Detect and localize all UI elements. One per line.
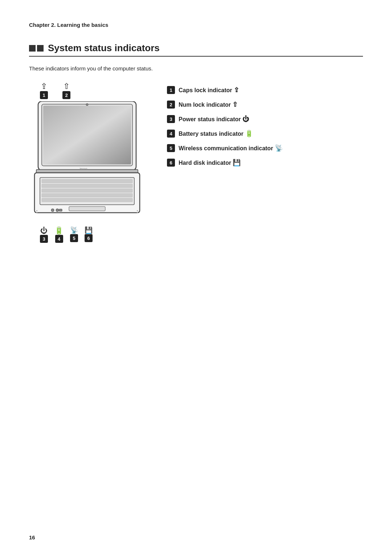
badge-5: 5 <box>70 234 78 242</box>
indicator-label-3: Power status indicator ⏻ <box>179 115 249 123</box>
page-number: 16 <box>29 534 35 540</box>
list-badge-1: 1 <box>167 86 175 94</box>
svg-rect-7 <box>42 184 132 188</box>
section-title-row: System status indicators <box>29 42 363 57</box>
indicator-label-1: Caps lock indicator ⇪ <box>179 86 239 94</box>
list-badge-6: 6 <box>167 159 175 167</box>
chapter-header: Chapter 2. Learning the basics <box>29 22 363 28</box>
power-icon: ⏻ <box>40 227 48 234</box>
caps-lock-icon: ⇪ <box>41 82 47 90</box>
badge-2: 2 <box>62 91 70 99</box>
svg-rect-18 <box>36 212 37 213</box>
svg-rect-8 <box>42 189 132 192</box>
svg-point-12 <box>51 209 54 212</box>
wireless-icon: 📡 <box>70 227 78 233</box>
svg-rect-11 <box>69 207 105 211</box>
svg-rect-17 <box>36 210 37 211</box>
content-row: ⇪ 1 ⇧ 2 <box>29 82 363 243</box>
indicator-item-3: 3 Power status indicator ⏻ <box>167 115 363 123</box>
indicator-label-2: Num lock indicator ⇧ <box>179 101 238 109</box>
battery-icon: 🔋 <box>54 227 64 234</box>
section-title: System status indicators <box>48 42 160 54</box>
section-icon-1 <box>29 45 36 52</box>
top-indicators-row: ⇪ 1 ⇧ 2 <box>40 82 70 99</box>
svg-rect-6 <box>42 179 132 183</box>
list-badge-2: 2 <box>167 101 175 109</box>
svg-point-16 <box>86 103 88 106</box>
svg-rect-14 <box>59 209 62 211</box>
indicator-col-4: 🔋 4 <box>54 227 64 243</box>
indicator-label-5: Wireless communication indicator 📡 <box>179 144 283 152</box>
indicator-label-4: Battery status indicator 🔋 <box>179 130 253 138</box>
indicator-label-6: Hard disk indicator 💾 <box>179 159 241 167</box>
indicator-col-2: ⇧ 2 <box>62 82 70 99</box>
badge-3: 3 <box>40 235 48 243</box>
num-lock-icon: ⇧ <box>63 82 70 90</box>
indicator-item-1: 1 Caps lock indicator ⇪ <box>167 86 363 94</box>
svg-rect-19 <box>137 210 138 211</box>
section-icon-2 <box>37 45 44 52</box>
page: Chapter 2. Learning the basics System st… <box>0 0 392 555</box>
bottom-indicators-row: ⏻ 3 🔋 4 📡 5 💾 6 <box>40 227 93 243</box>
hdd-icon: 💾 <box>85 227 93 233</box>
indicator-col-5: 📡 5 <box>70 227 78 243</box>
svg-rect-2 <box>43 106 131 164</box>
list-badge-5: 5 <box>167 144 175 152</box>
svg-rect-9 <box>42 193 132 197</box>
svg-rect-20 <box>137 212 138 213</box>
badge-4: 4 <box>55 235 63 243</box>
indicator-item-6: 6 Hard disk indicator 💾 <box>167 159 363 167</box>
svg-point-13 <box>56 209 59 212</box>
section-description: These indicators inform you of the compu… <box>29 65 363 72</box>
indicator-col-1: ⇪ 1 <box>40 82 48 99</box>
indicators-list: 1 Caps lock indicator ⇪ 2 Num lock indic… <box>167 82 363 167</box>
svg-text:lenovo: lenovo <box>80 167 87 170</box>
svg-rect-10 <box>42 198 132 202</box>
indicator-col-3: ⏻ 3 <box>40 227 48 243</box>
laptop-area: ⇪ 1 ⇧ 2 <box>29 82 145 243</box>
badge-1: 1 <box>40 91 48 99</box>
badge-6: 6 <box>85 234 93 242</box>
list-badge-3: 3 <box>167 115 175 123</box>
section-icons <box>29 45 44 52</box>
indicator-item-4: 4 Battery status indicator 🔋 <box>167 130 363 138</box>
laptop-illustration: lenovo <box>31 101 143 225</box>
indicator-item-5: 5 Wireless communication indicator 📡 <box>167 144 363 152</box>
indicator-col-6: 💾 6 <box>85 227 93 243</box>
list-badge-4: 4 <box>167 130 175 138</box>
indicator-item-2: 2 Num lock indicator ⇧ <box>167 101 363 109</box>
